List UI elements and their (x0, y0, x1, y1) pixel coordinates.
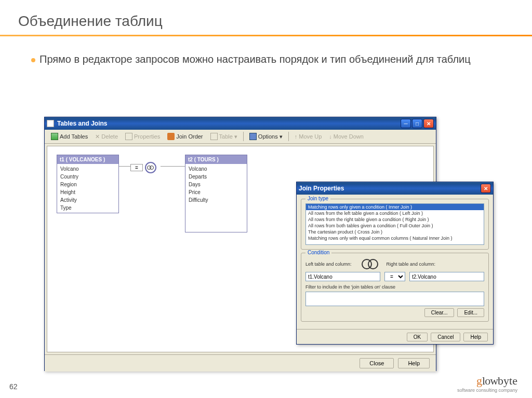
filter-textarea[interactable] (305, 292, 484, 306)
app-icon (47, 120, 54, 127)
dialog-title: Join Properties (299, 185, 481, 192)
add-tables-button[interactable]: Add Tables (48, 132, 91, 141)
clear-button[interactable]: Clear... (424, 308, 455, 317)
logo: glowbyte software consulting company (457, 374, 517, 393)
table-field[interactable]: Height (57, 188, 118, 196)
dialog-button-bar: OK Cancel Help (297, 329, 493, 345)
close-button[interactable]: ✕ (423, 119, 434, 128)
window-title: Tables and Joins (57, 120, 401, 127)
maximize-button[interactable]: □ (412, 119, 422, 128)
right-col-label: Right table and column: (383, 262, 435, 267)
toolbar: Add Tables ✕Delete Properties Join Order… (45, 130, 436, 144)
operator-select[interactable]: = (384, 272, 405, 281)
left-col-label: Left table and column: (305, 262, 357, 267)
options-dropdown[interactable]: Options ▾ (246, 132, 286, 141)
join-type-group: Join type Matching rows only given a con… (301, 199, 489, 250)
filter-label: Filter to include in the 'join tables on… (305, 284, 484, 290)
join-connector (161, 166, 185, 167)
join-type-option[interactable]: Matching rows only with equal common col… (306, 235, 484, 241)
table-icon (210, 133, 218, 140)
separator (243, 132, 244, 141)
join-order-icon (167, 133, 175, 140)
table-add-icon (51, 133, 58, 140)
table-body: Volcano Departs Days Price Difficulty (185, 164, 247, 205)
join-type-list[interactable]: Matching rows only given a condition ( I… (305, 203, 484, 245)
join-type-option[interactable]: Matching rows only given a condition ( I… (306, 204, 484, 210)
options-icon (249, 133, 257, 140)
join-properties-dialog: Join Properties ✕ Join type Matching row… (296, 182, 494, 345)
help-button[interactable]: Help (398, 358, 430, 368)
group-label: Join type (305, 196, 330, 201)
table-field[interactable]: Difficulty (185, 196, 247, 204)
table-field[interactable]: Price (185, 188, 247, 196)
right-column-input[interactable] (409, 272, 484, 281)
close-button[interactable]: ✕ (481, 184, 491, 193)
join-type-option[interactable]: All rows from the right table given a co… (306, 216, 484, 223)
chevron-down-icon: ▾ (234, 133, 237, 140)
join-operator[interactable]: = (130, 164, 143, 171)
table-field[interactable]: Volcano (185, 165, 247, 173)
table-t1[interactable]: t1 ( VOLCANOES ) Volcano Country Region … (57, 155, 119, 213)
logo-tagline: software consulting company (457, 388, 517, 393)
bullet-text: Прямо в редакторе запросов можно настраи… (0, 52, 532, 77)
join-type-option[interactable]: All rows from the left table given a con… (306, 210, 484, 216)
arrow-up-icon: ↑ (295, 133, 298, 140)
chevron-down-icon: ▾ (280, 133, 283, 140)
slide-title: Объединение таблиц (0, 0, 532, 35)
button-bar: Close Help (45, 354, 436, 372)
move-up-button[interactable]: ↑Move Up (291, 132, 325, 141)
venn-icon (362, 258, 379, 270)
left-column-input[interactable] (305, 272, 380, 281)
titlebar[interactable]: Tables and Joins ─ □ ✕ (45, 117, 436, 130)
bullet-icon (31, 58, 35, 62)
table-field[interactable]: Region (57, 181, 118, 188)
properties-icon (125, 133, 132, 140)
join-widget[interactable]: = (130, 162, 156, 173)
table-field[interactable]: Volcano (57, 165, 118, 173)
join-type-option[interactable]: The cartesian product ( Cross Join ) (306, 229, 484, 235)
condition-group: Condition Left table and column: Right t… (301, 253, 489, 322)
table-dropdown[interactable]: Table ▾ (207, 132, 241, 141)
cancel-button[interactable]: Cancel (431, 333, 460, 341)
minimize-button[interactable]: ─ (401, 119, 411, 128)
move-down-button[interactable]: ↓Move Down (326, 132, 367, 141)
table-field[interactable]: Departs (185, 173, 247, 181)
separator (288, 132, 289, 141)
table-field[interactable]: Country (57, 173, 118, 181)
join-type-icon[interactable] (145, 162, 156, 173)
title-divider (0, 35, 532, 36)
table-body: Volcano Country Region Height Activity T… (57, 164, 118, 213)
table-t2[interactable]: t2 ( TOURS ) Volcano Departs Days Price … (185, 155, 247, 232)
table-field[interactable]: Days (185, 181, 247, 188)
join-order-button[interactable]: Join Order (164, 132, 206, 141)
table-header[interactable]: t2 ( TOURS ) (185, 155, 247, 164)
bullet-content: Прямо в редакторе запросов можно настраи… (39, 53, 471, 65)
properties-button[interactable]: Properties (122, 132, 163, 141)
help-button[interactable]: Help (463, 333, 488, 341)
ok-button[interactable]: OK (407, 333, 428, 341)
table-header[interactable]: t1 ( VOLCANOES ) (57, 155, 118, 164)
page-number: 62 (9, 382, 18, 391)
titlebar[interactable]: Join Properties ✕ (297, 182, 493, 195)
table-field[interactable]: Type (57, 204, 118, 212)
delete-icon: ✕ (95, 133, 100, 140)
arrow-down-icon: ↓ (329, 133, 332, 140)
table-field[interactable]: Activity (57, 196, 118, 204)
edit-button[interactable]: Edit... (457, 308, 484, 317)
close-button[interactable]: Close (360, 358, 394, 368)
delete-button[interactable]: ✕Delete (92, 132, 121, 141)
group-label: Condition (305, 250, 331, 255)
dialog-body: Join type Matching rows only given a con… (297, 195, 493, 329)
join-connector (119, 166, 130, 167)
join-type-option[interactable]: All rows from both tables given a condit… (306, 223, 484, 229)
